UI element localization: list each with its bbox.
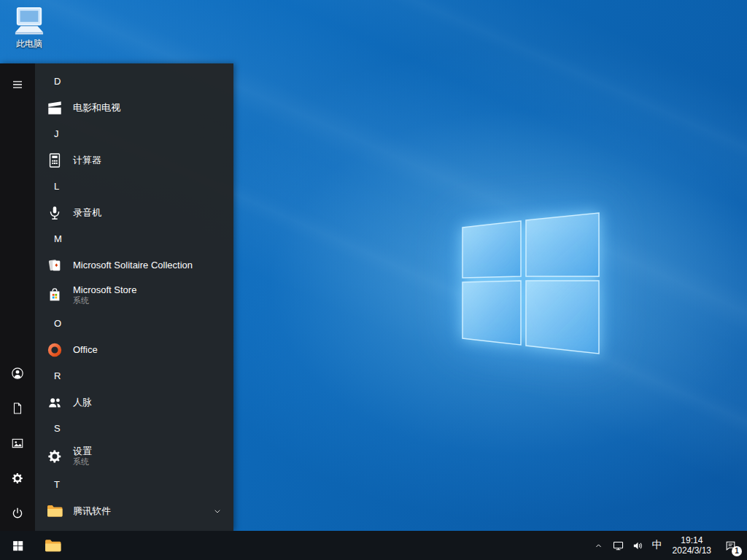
app-solitaire[interactable]: Microsoft Solitaire Collection [35,251,233,279]
tray-date: 2024/3/13 [673,545,711,556]
taskbar: 中 19:14 2024/3/13 1 [0,531,747,560]
app-calculator[interactable]: 计算器 [35,146,233,174]
chevron-down-icon[interactable] [212,505,223,517]
pictures-icon [11,437,24,450]
app-label: 计算器 [73,154,101,167]
calculator-icon [44,149,66,171]
app-settings[interactable]: 设置 系统 [35,440,233,472]
app-movies-tv[interactable]: 电影和电视 [35,93,233,122]
app-microsoft-store[interactable]: Microsoft Store 系统 [35,279,233,311]
app-label: Office [73,344,98,355]
section-header-r[interactable]: R [35,364,233,388]
settings-gear-icon [11,472,24,485]
start-button[interactable] [0,531,35,560]
hamburger-menu-icon [11,78,24,91]
tray-ime-indicator[interactable]: 中 [648,531,667,560]
app-label: 人脉 [73,396,92,409]
app-label: 录音机 [73,206,101,219]
start-menu: D 电影和电视 J 计算器 L 录音机 M Microsoft Solitair… [0,63,233,531]
tray-network-button[interactable] [608,531,628,560]
app-label-group: 设置 系统 [73,446,92,467]
office-icon [44,339,66,361]
section-header-t[interactable]: T [35,472,233,497]
this-pc-icon [12,6,46,36]
tray-action-center-button[interactable]: 1 [717,531,744,560]
app-voice-recorder[interactable]: 录音机 [35,198,233,227]
power-button[interactable] [0,496,35,531]
movies-tv-icon [44,97,66,119]
desktop-icon-label: 此电脑 [16,38,42,50]
section-header-w[interactable]: W [35,525,233,531]
app-label: 设置 [73,446,92,457]
tray-volume-button[interactable] [628,531,648,560]
tray-time: 19:14 [681,535,703,545]
tray-clock[interactable]: 19:14 2024/3/13 [667,531,717,560]
documents-icon [11,402,24,415]
section-header-j[interactable]: J [35,122,233,146]
user-account-button[interactable] [0,356,35,391]
section-header-s[interactable]: S [35,416,233,440]
solitaire-icon [44,254,66,276]
app-label-group: Microsoft Store 系统 [73,284,136,306]
notification-badge: 1 [732,546,742,556]
app-sublabel: 系统 [73,296,136,306]
app-label: Microsoft Solitaire Collection [73,260,193,271]
windows-start-icon [12,540,24,552]
section-header-d[interactable]: D [35,69,233,93]
app-label: 电影和电视 [73,101,120,114]
app-label: 腾讯软件 [73,505,111,518]
voice-recorder-icon [44,202,66,224]
section-header-o[interactable]: O [35,311,233,335]
pictures-button[interactable] [0,426,35,461]
app-label: Microsoft Store [73,284,136,296]
chevron-up-icon [593,540,604,551]
tray-hidden-icons-button[interactable] [589,531,608,560]
section-header-l[interactable]: L [35,174,233,198]
store-icon [44,284,66,306]
app-folder-tencent[interactable]: 腾讯软件 [35,497,233,525]
start-menu-app-list: D 电影和电视 J 计算器 L 录音机 M Microsoft Solitair… [35,63,233,531]
app-sublabel: 系统 [73,457,92,467]
section-header-m[interactable]: M [35,227,233,251]
app-people[interactable]: 人脉 [35,388,233,416]
network-icon [612,540,624,552]
documents-button[interactable] [0,391,35,426]
speaker-icon [632,540,644,552]
rail-bottom-group [0,356,35,531]
start-menu-expand-button[interactable] [0,67,35,102]
people-icon [44,392,66,413]
start-menu-rail [0,63,35,531]
desktop-icon-this-pc[interactable]: 此电脑 [9,6,50,50]
wallpaper-windows-logo [462,212,600,355]
settings-button[interactable] [0,461,35,496]
file-explorer-icon [44,537,62,555]
system-tray: 中 19:14 2024/3/13 1 [589,531,747,560]
settings-gear-icon [44,446,66,467]
app-office[interactable]: Office [35,335,233,364]
power-icon [11,507,24,520]
folder-icon [44,500,66,522]
user-avatar-icon [10,366,25,381]
taskbar-file-explorer-button[interactable] [35,531,70,560]
